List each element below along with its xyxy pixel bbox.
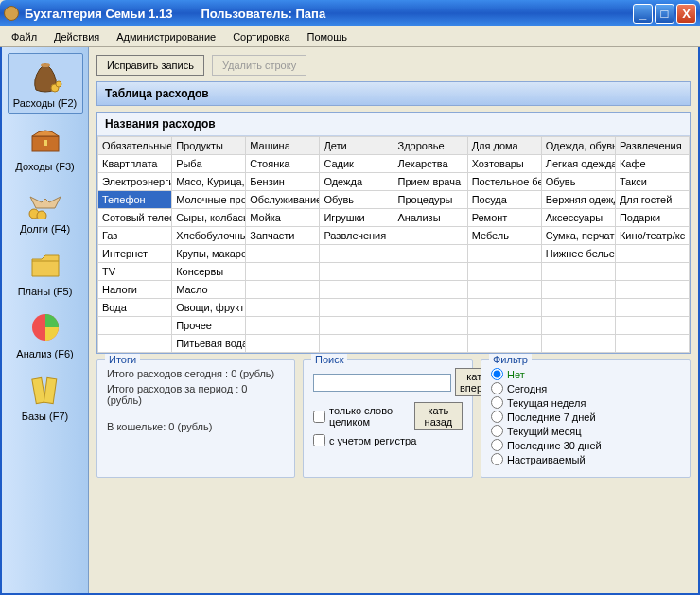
menu-sort[interactable]: Сортировка — [225, 29, 297, 44]
table-cell[interactable]: Кафе — [615, 155, 689, 173]
edit-record-button[interactable]: Исправить запись — [96, 55, 204, 76]
menu-file[interactable]: Файл — [4, 29, 44, 44]
filter-radio[interactable] — [491, 382, 503, 394]
case-checkbox[interactable] — [313, 434, 325, 446]
column-header[interactable]: Одежда, обувь — [541, 137, 615, 155]
table-cell[interactable] — [320, 281, 394, 299]
table-cell[interactable]: Аксессуары — [541, 209, 615, 227]
filter-option[interactable]: Последние 7 дней — [491, 411, 680, 423]
table-cell[interactable] — [320, 335, 394, 353]
table-cell[interactable] — [394, 245, 467, 263]
table-cell[interactable]: Хлебобулочные — [172, 227, 246, 245]
table-cell[interactable] — [467, 335, 541, 353]
table-cell[interactable] — [615, 281, 689, 299]
table-cell[interactable]: Посуда — [467, 191, 541, 209]
table-cell[interactable]: Налоги — [98, 281, 172, 299]
table-cell[interactable]: Обувь — [320, 191, 394, 209]
table-cell[interactable] — [467, 317, 541, 335]
table-cell[interactable] — [394, 299, 467, 317]
table-cell[interactable] — [467, 281, 541, 299]
table-cell[interactable] — [246, 299, 320, 317]
table-cell[interactable]: Бензин — [246, 173, 320, 191]
table-cell[interactable] — [615, 263, 689, 281]
table-cell[interactable]: Электроэнергия — [98, 173, 172, 191]
table-cell[interactable] — [394, 335, 467, 353]
table-cell[interactable] — [98, 317, 172, 335]
table-cell[interactable] — [246, 281, 320, 299]
table-cell[interactable] — [615, 299, 689, 317]
table-cell[interactable]: Квартплата — [98, 155, 172, 173]
table-cell[interactable]: Ремонт — [467, 209, 541, 227]
table-cell[interactable]: Прием врача — [394, 173, 467, 191]
filter-radio[interactable] — [491, 453, 503, 465]
table-cell[interactable]: Сумка, перчатки — [541, 227, 615, 245]
table-cell[interactable]: Анализы — [394, 209, 467, 227]
column-header[interactable]: Для дома — [467, 137, 541, 155]
table-cell[interactable] — [394, 317, 467, 335]
table-cell[interactable]: Хозтовары — [467, 155, 541, 173]
table-cell[interactable]: Обслуживание — [246, 191, 320, 209]
column-header[interactable]: Обязательные — [98, 137, 172, 155]
table-cell[interactable] — [541, 281, 615, 299]
table-cell[interactable]: Сотовый телефон — [98, 209, 172, 227]
table-cell[interactable]: Развлечения — [320, 227, 394, 245]
table-cell[interactable]: Для гостей — [615, 191, 689, 209]
table-cell[interactable]: Рыба — [172, 155, 246, 173]
sidebar-item-databases[interactable]: Базы (F7) — [8, 367, 83, 426]
table-cell[interactable] — [615, 335, 689, 353]
table-cell[interactable] — [467, 245, 541, 263]
filter-option[interactable]: Настраиваемый — [491, 453, 680, 465]
table-cell[interactable]: Процедуры — [394, 191, 467, 209]
table-cell[interactable]: Подарки — [615, 209, 689, 227]
table-cell[interactable] — [320, 317, 394, 335]
table-cell[interactable]: Лекарства — [394, 155, 467, 173]
filter-option[interactable]: Текущая неделя — [491, 396, 680, 409]
table-cell[interactable]: Легкая одежда — [541, 155, 615, 173]
filter-radio[interactable] — [491, 368, 503, 380]
table-cell[interactable]: Обувь — [541, 173, 615, 191]
table-cell[interactable]: Газ — [98, 227, 172, 245]
table-cell[interactable]: Постельное белье — [467, 173, 541, 191]
table-cell[interactable] — [467, 263, 541, 281]
table-cell[interactable]: Стоянка — [246, 155, 320, 173]
column-header[interactable]: Дети — [320, 137, 394, 155]
table-cell[interactable]: Мойка — [246, 209, 320, 227]
maximize-button[interactable]: □ — [655, 4, 674, 24]
table-cell[interactable]: Игрушки — [320, 209, 394, 227]
table-cell[interactable]: Сыры, колбасы — [172, 209, 246, 227]
table-cell[interactable]: Садик — [320, 155, 394, 173]
filter-radio[interactable] — [491, 396, 503, 409]
table-cell[interactable]: Вода — [98, 299, 172, 317]
filter-option[interactable]: Сегодня — [491, 382, 680, 394]
table-cell[interactable]: Телефон — [98, 191, 172, 209]
table-cell[interactable] — [615, 245, 689, 263]
table-cell[interactable]: Кино/театр/кс — [615, 227, 689, 245]
column-header[interactable]: Машина — [246, 137, 320, 155]
table-cell[interactable] — [615, 317, 689, 335]
filter-option[interactable]: Последние 30 дней — [491, 439, 680, 451]
filter-option[interactable]: Нет — [491, 368, 680, 380]
table-cell[interactable] — [541, 335, 615, 353]
sidebar-item-analysis[interactable]: Анализ (F6) — [8, 305, 83, 363]
filter-radio[interactable] — [491, 425, 503, 437]
table-cell[interactable] — [320, 245, 394, 263]
filter-radio[interactable] — [491, 411, 503, 423]
table-cell[interactable]: Мясо, Курица, — [172, 173, 246, 191]
column-header[interactable]: Развлечения — [615, 137, 689, 155]
table-cell[interactable] — [246, 245, 320, 263]
table-cell[interactable]: Консервы — [172, 263, 246, 281]
column-header[interactable]: Продукты — [172, 137, 246, 155]
table-cell[interactable] — [541, 263, 615, 281]
sidebar-item-plans[interactable]: Планы (F5) — [8, 242, 83, 301]
minimize-button[interactable]: _ — [633, 4, 653, 24]
sidebar-item-income[interactable]: Доходы (F3) — [8, 117, 83, 176]
table-cell[interactable]: Одежда — [320, 173, 394, 191]
table-cell[interactable]: TV — [98, 263, 172, 281]
table-cell[interactable]: Верхняя одежда — [541, 191, 615, 209]
table-cell[interactable]: Мебель — [467, 227, 541, 245]
sidebar-item-debts[interactable]: Долги (F4) — [8, 180, 83, 238]
search-back-button[interactable]: кать назад — [414, 402, 463, 430]
table-cell[interactable]: Такси — [615, 173, 689, 191]
table-cell[interactable]: Прочее — [172, 317, 246, 335]
table-cell[interactable] — [394, 263, 467, 281]
